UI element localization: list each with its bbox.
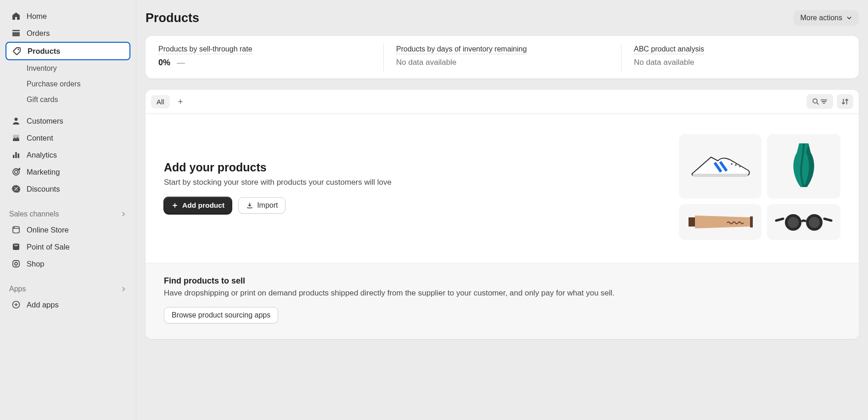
sidebar-item-label: Purchase orders [27,80,80,88]
stat-nodata: No data available [634,58,846,67]
sidebar: Home Orders Products Inventory Purchase … [0,0,136,420]
sidebar-item-label: Orders [27,29,50,38]
orders-icon [11,28,21,38]
sidebar-item-orders[interactable]: Orders [6,25,130,41]
sidebar-item-shop[interactable]: Shop [6,255,130,272]
sidebar-item-label: Products [28,47,61,56]
svg-point-13 [15,262,17,265]
dash-icon: — [177,58,185,68]
svg-point-17 [731,163,733,165]
illustration-sunglasses [767,204,840,240]
stat-nodata: No data available [396,58,608,67]
tabs-left: All [151,95,187,108]
tabs-row: All [146,90,859,114]
sidebar-item-gift-cards[interactable]: Gift cards [6,92,130,107]
svg-point-19 [739,165,741,167]
svg-point-9 [17,189,17,190]
tab-all[interactable]: All [151,95,170,108]
home-icon [11,11,21,21]
import-icon [246,202,253,209]
sidebar-item-point-of-sale[interactable]: Point of Sale [6,238,130,255]
products-icon [12,46,22,56]
sidebar-item-label: Home [27,12,47,21]
sort-icon [841,97,849,106]
svg-point-23 [788,217,799,228]
more-actions-button[interactable]: More actions [794,10,859,26]
empty-state: Add your products Start by stocking your… [146,114,859,263]
svg-rect-4 [15,152,17,158]
plus-circle-icon [11,300,21,310]
sidebar-item-label: Inventory [27,64,57,73]
illustration-tube [679,204,762,240]
marketing-icon [11,167,21,177]
find-products-section: Find products to sell Have dropshipping … [146,263,859,339]
search-icon [812,97,820,106]
tab-add-button[interactable] [174,95,187,108]
svg-rect-5 [18,153,20,158]
sidebar-item-home[interactable]: Home [6,8,130,24]
sidebar-item-label: Gift cards [27,96,58,104]
svg-point-7 [15,170,18,174]
search-filter-button[interactable] [806,94,833,109]
sort-button[interactable] [837,94,853,109]
browse-sourcing-apps-button[interactable]: Browse product sourcing apps [164,307,278,324]
stat-sell-through[interactable]: Products by sell-through rate 0% — [146,36,383,79]
sidebar-item-discounts[interactable]: Discounts [6,181,130,197]
sidebar-item-analytics[interactable]: Analytics [6,147,130,163]
sidebar-item-label: Customers [27,117,63,125]
tabs-right [806,94,853,109]
sidebar-item-purchase-orders[interactable]: Purchase orders [6,77,130,91]
sidebar-item-label: Online Store [27,226,69,234]
illustration-sneaker [679,134,762,199]
svg-point-25 [809,217,820,228]
shop-icon [11,259,21,269]
svg-point-8 [14,187,15,188]
section-title: Apps [9,285,26,293]
analytics-icon [11,150,21,160]
illustration-vase [767,134,840,199]
page-title: Products [146,11,199,25]
sidebar-item-online-store[interactable]: Online Store [6,221,130,238]
svg-rect-21 [750,216,753,227]
online-store-icon [11,225,21,235]
empty-state-heading: Add your products [164,161,392,174]
button-label: Add product [182,201,224,210]
page-header: Products More actions [146,10,859,26]
filter-icon [820,97,828,106]
sidebar-item-customers[interactable]: Customers [6,113,130,129]
stat-label: Products by days of inventory remaining [396,45,527,54]
sidebar-item-inventory[interactable]: Inventory [6,61,130,76]
sidebar-item-label: Point of Sale [27,243,70,251]
stat-value-text: 0% [158,58,170,68]
sidebar-item-label: Discounts [27,185,60,193]
sidebar-item-products[interactable]: Products [6,42,130,60]
section-title: Sales channels [9,210,59,218]
products-list-card: All [146,90,859,339]
stat-value: 0% — [158,58,370,68]
svg-rect-12 [13,261,19,267]
chevron-down-icon [846,15,852,21]
sidebar-item-content[interactable]: Content [6,130,130,146]
svg-rect-3 [13,155,15,158]
svg-point-0 [18,49,19,51]
empty-state-actions: Add product Import [164,197,392,214]
sidebar-item-add-apps[interactable]: Add apps [6,296,130,313]
sidebar-item-marketing[interactable]: Marketing [6,164,130,180]
find-body: Have dropshipping or print on demand pro… [164,289,840,298]
stat-label: Products by sell-through rate [158,45,252,54]
pos-icon [11,242,21,252]
stat-days-inventory[interactable]: Products by days of inventory remaining … [383,36,621,79]
stat-label: ABC product analysis [634,45,704,54]
main-content: Products More actions Products by sell-t… [136,0,868,420]
import-button[interactable]: Import [238,197,286,214]
sidebar-section-sales-channels[interactable]: Sales channels [4,206,132,221]
content-icon [11,133,21,143]
sidebar-item-label: Marketing [27,168,60,176]
add-product-button[interactable]: Add product [164,197,232,214]
empty-state-illustrations [679,134,840,240]
stat-abc-analysis[interactable]: ABC product analysis No data available [621,36,859,79]
sidebar-section-apps[interactable]: Apps [4,281,132,296]
svg-point-15 [813,99,817,103]
empty-state-subheading: Start by stocking your store with produc… [164,178,392,187]
plus-icon [171,202,179,209]
